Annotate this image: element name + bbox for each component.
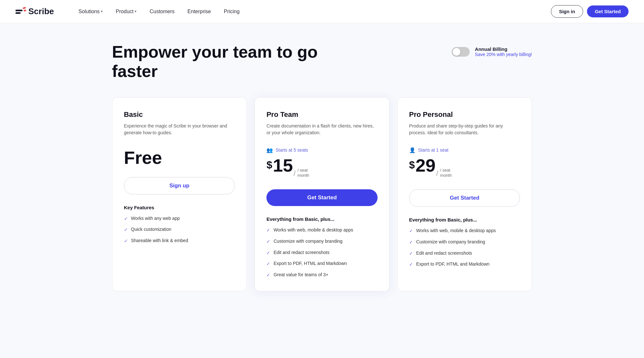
list-item: ✓ Works with any web app <box>124 215 235 222</box>
price-free: Free <box>124 147 162 168</box>
billing-save-text: Save 20% with yearly billing! <box>475 52 532 57</box>
check-icon: ✓ <box>409 261 413 268</box>
hero-section: Empower your team to go faster Annual Bi… <box>112 42 532 81</box>
list-item: ✓ Edit and redact screenshots <box>409 250 520 257</box>
users-icon: 👥 <box>266 147 273 153</box>
plan-desc-basic: Experience the magic of Scribe in your b… <box>124 123 235 138</box>
check-icon: ✓ <box>124 238 128 244</box>
main-content: Empower your team to go faster Annual Bi… <box>97 23 548 304</box>
plan-name-pro-personal: Pro Personal <box>409 110 520 119</box>
nav-pricing[interactable]: Pricing <box>219 6 245 17</box>
check-icon: ✓ <box>266 261 270 267</box>
pro-team-features-heading: Everything from Basic, plus... <box>266 216 378 222</box>
pro-team-feature-list: ✓ Works with web, mobile & desktop apps … <box>266 227 378 278</box>
check-icon: ✓ <box>266 250 270 256</box>
pro-personal-getstarted-button[interactable]: Get Started <box>409 189 520 207</box>
plan-name-pro-team: Pro Team <box>266 110 378 119</box>
seats-label-pro-personal: 👤 Starts at 1 seat <box>409 147 520 153</box>
list-item: ✓ Customize with company branding <box>409 239 520 246</box>
list-item: ✓ Edit and redact screenshots <box>266 250 378 256</box>
billing-label: Annual Billing <box>475 46 532 52</box>
list-item: ✓ Works with web, mobile & desktop apps <box>409 228 520 234</box>
check-icon: ✓ <box>409 228 413 234</box>
user-icon: 👤 <box>409 147 416 153</box>
logo-icon <box>15 7 26 16</box>
nav-links: Solutions ▾ Product ▾ Customers Enterpri… <box>73 6 551 17</box>
getstarted-nav-button[interactable]: Get Started <box>587 5 629 17</box>
check-icon: ✓ <box>124 227 128 233</box>
list-item: ✓ Export to PDF, HTML and Markdown <box>409 261 520 268</box>
price-per-pro-team: / seat month <box>297 168 309 179</box>
price-per-pro-personal: / seat month <box>440 168 452 179</box>
list-item: ✓ Great value for teams of 3+ <box>266 272 378 278</box>
plan-card-basic: Basic Experience the magic of Scribe in … <box>112 97 247 292</box>
list-item: ✓ Works with web, mobile & desktop apps <box>266 227 378 234</box>
toggle-track[interactable] <box>452 47 470 57</box>
page-title: Empower your team to go faster <box>112 42 322 81</box>
pricing-grid: Basic Experience the magic of Scribe in … <box>112 97 532 292</box>
plan-desc-pro-team: Create documentation in a flash for clie… <box>266 123 378 138</box>
plan-card-pro-team: Pro Team Create documentation in a flash… <box>255 97 389 292</box>
nav-actions: Sign in Get Started <box>551 5 629 18</box>
plan-name-basic: Basic <box>124 110 235 119</box>
billing-info: Annual Billing Save 20% with yearly bill… <box>475 46 532 57</box>
list-item: ✓ Export to PDF, HTML and Markdown <box>266 260 378 267</box>
price-amount-pro-personal: 29 <box>416 156 436 174</box>
pro-personal-features-heading: Everything from Basic, plus... <box>409 217 520 222</box>
plan-card-pro-personal: Pro Personal Produce and share step-by-s… <box>397 97 532 292</box>
logo-text: Scribe <box>28 6 54 16</box>
nav-customers[interactable]: Customers <box>144 6 179 17</box>
basic-feature-list: ✓ Works with any web app ✓ Quick customi… <box>124 215 235 244</box>
price-row-basic: Free <box>124 147 235 168</box>
svg-rect-3 <box>24 9 26 11</box>
svg-rect-0 <box>15 10 23 11</box>
nav-product[interactable]: Product ▾ <box>111 6 142 17</box>
toggle-thumb <box>453 48 460 56</box>
billing-toggle-area: Annual Billing Save 20% with yearly bill… <box>452 42 532 57</box>
pro-personal-feature-list: ✓ Works with web, mobile & desktop apps … <box>409 228 520 268</box>
price-dollar-pro-personal: $ <box>409 156 415 171</box>
svg-rect-1 <box>15 12 21 14</box>
plan-desc-pro-personal: Produce and share step-by-step guides fo… <box>409 123 520 138</box>
chevron-down-icon: ▾ <box>135 9 137 14</box>
chevron-down-icon: ▾ <box>101 9 103 14</box>
pro-team-getstarted-button[interactable]: Get Started <box>266 189 378 206</box>
list-item: ✓ Quick customization <box>124 226 235 233</box>
nav-enterprise[interactable]: Enterprise <box>182 6 216 17</box>
price-row-pro-personal: $ 29 / / seat month <box>409 156 520 181</box>
price-amount-pro-team: 15 <box>273 156 293 174</box>
check-icon: ✓ <box>266 227 270 234</box>
basic-signup-button[interactable]: Sign up <box>124 177 235 194</box>
svg-rect-2 <box>23 7 26 9</box>
check-icon: ✓ <box>409 250 413 257</box>
list-item: ✓ Shareable with link & embed <box>124 238 235 244</box>
logo[interactable]: Scribe <box>15 6 54 16</box>
basic-features-heading: Key Features <box>124 205 235 210</box>
billing-toggle[interactable] <box>452 47 470 57</box>
price-row-pro-team: $ 15 / / seat month <box>266 156 378 181</box>
check-icon: ✓ <box>266 272 270 278</box>
signin-button[interactable]: Sign in <box>551 5 583 18</box>
navbar: Scribe Solutions ▾ Product ▾ Customers E… <box>0 0 644 23</box>
seats-label-pro-team: 👥 Starts at 5 seats <box>266 147 378 153</box>
list-item: ✓ Customize with company branding <box>266 238 378 245</box>
check-icon: ✓ <box>409 239 413 246</box>
price-dollar-pro-team: $ <box>266 156 272 171</box>
check-icon: ✓ <box>124 216 128 222</box>
price-slash: / <box>293 169 295 178</box>
nav-solutions[interactable]: Solutions ▾ <box>73 6 108 17</box>
price-slash: / <box>436 169 438 178</box>
check-icon: ✓ <box>266 239 270 245</box>
